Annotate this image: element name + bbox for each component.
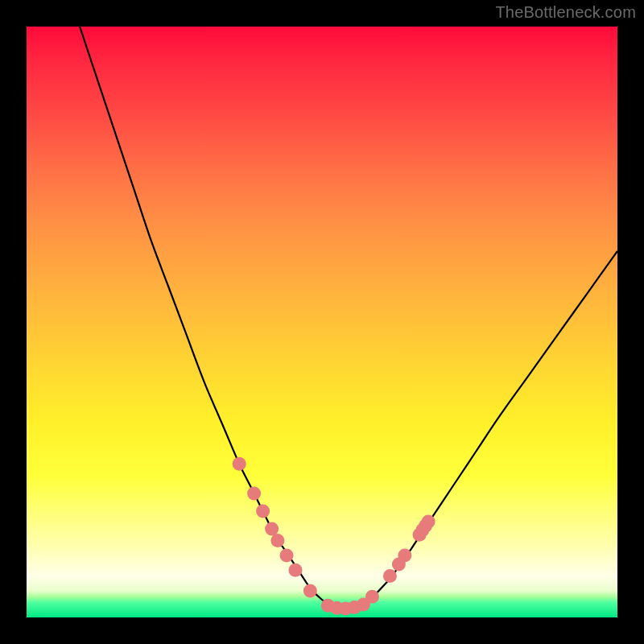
bottleneck-curve-path bbox=[80, 27, 617, 609]
curve-marker bbox=[247, 486, 261, 500]
curve-marker bbox=[256, 504, 270, 518]
marker-group bbox=[233, 457, 436, 616]
chart-frame: TheBottleneck.com bbox=[0, 0, 644, 644]
curve-marker bbox=[233, 457, 246, 471]
curve-svg bbox=[27, 27, 617, 617]
curve-marker bbox=[365, 590, 379, 604]
curve-marker bbox=[270, 534, 284, 547]
watermark-text: TheBottleneck.com bbox=[495, 3, 636, 22]
curve-marker bbox=[280, 548, 294, 562]
curve-marker bbox=[383, 569, 397, 583]
curve-marker bbox=[303, 584, 317, 598]
curve-marker bbox=[289, 564, 303, 577]
curve-marker bbox=[422, 515, 436, 529]
curve-marker bbox=[265, 522, 279, 535]
plot-area bbox=[27, 27, 617, 617]
curve-marker bbox=[398, 548, 411, 562]
